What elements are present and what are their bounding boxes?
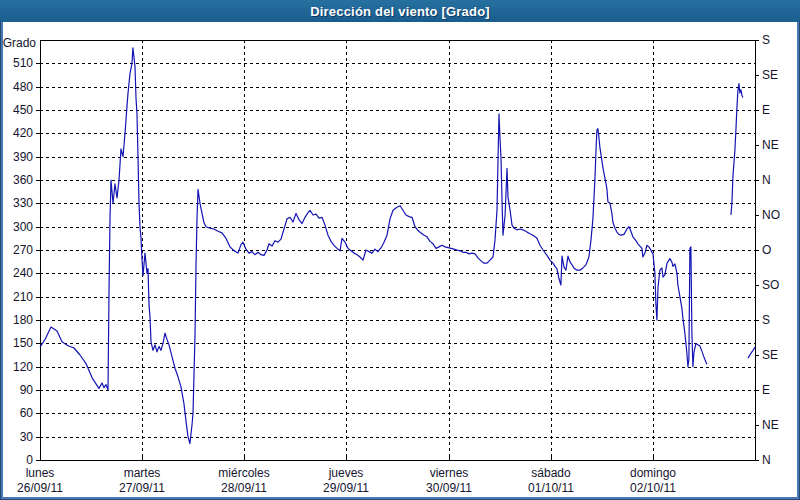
svg-text:120: 120 — [13, 360, 33, 374]
data-line — [40, 48, 707, 444]
svg-text:60: 60 — [20, 406, 34, 420]
compass-label: E — [762, 103, 770, 117]
compass-label: SE — [762, 68, 778, 82]
svg-text:270: 270 — [13, 243, 33, 257]
compass-label: NE — [762, 138, 779, 152]
day-date-label: 01/10/11 — [528, 481, 574, 495]
svg-text:450: 450 — [13, 103, 33, 117]
day-name-label: jueves — [328, 466, 364, 480]
day-name-label: miércoles — [218, 466, 269, 480]
compass-label: O — [762, 243, 771, 257]
svg-text:90: 90 — [20, 383, 34, 397]
svg-text:150: 150 — [13, 336, 33, 350]
day-date-label: 28/09/11 — [221, 481, 267, 495]
day-date-label: 29/09/11 — [323, 481, 369, 495]
day-date-label: 30/09/11 — [426, 481, 472, 495]
data-line — [731, 84, 743, 215]
day-name-label: sábado — [531, 466, 571, 480]
wind-chart: 0306090120150180210240270300330360390420… — [0, 0, 800, 500]
svg-text:330: 330 — [13, 196, 33, 210]
svg-text:480: 480 — [13, 80, 33, 94]
svg-text:30: 30 — [20, 430, 34, 444]
day-date-label: 27/09/11 — [119, 481, 165, 495]
data-line — [748, 347, 755, 358]
x-axis: lunes26/09/11martes27/09/11miércoles28/0… — [17, 40, 755, 495]
compass-label: S — [762, 313, 770, 327]
compass-label: SO — [762, 278, 779, 292]
day-name-label: lunes — [26, 466, 55, 480]
day-date-label: 02/10/11 — [630, 481, 676, 495]
compass-label: SE — [762, 348, 778, 362]
svg-text:300: 300 — [13, 220, 33, 234]
svg-text:390: 390 — [13, 150, 33, 164]
window-title: Dirección del viento [Grado] — [310, 4, 490, 19]
svg-text:360: 360 — [13, 173, 33, 187]
compass-label: NE — [762, 418, 779, 432]
day-name-label: martes — [124, 466, 161, 480]
y-axis-title: Grado — [3, 36, 37, 50]
compass-label: E — [762, 383, 770, 397]
day-name-label: domingo — [630, 466, 676, 480]
title-bar: Dirección del viento [Grado] — [0, 0, 800, 22]
day-date-label: 26/09/11 — [17, 481, 63, 495]
svg-text:180: 180 — [13, 313, 33, 327]
wind-direction-window: 0306090120150180210240270300330360390420… — [0, 0, 800, 500]
day-name-label: viernes — [430, 466, 469, 480]
compass-label: NO — [762, 208, 780, 222]
svg-text:240: 240 — [13, 266, 33, 280]
svg-text:510: 510 — [13, 56, 33, 70]
svg-text:210: 210 — [13, 290, 33, 304]
compass-label: N — [762, 173, 771, 187]
svg-text:420: 420 — [13, 126, 33, 140]
compass-label: S — [762, 33, 770, 47]
y-axis-right: NNEESESSOONONNEESES — [755, 33, 780, 467]
svg-text:0: 0 — [26, 453, 33, 467]
compass-label: N — [762, 453, 771, 467]
wind-direction-series — [40, 48, 755, 444]
